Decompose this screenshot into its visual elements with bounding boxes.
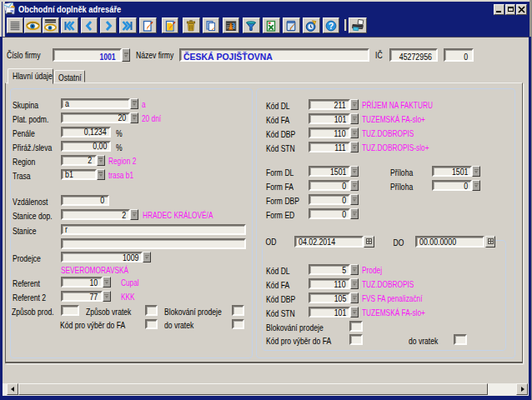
svg-text:?: ? xyxy=(329,20,334,30)
